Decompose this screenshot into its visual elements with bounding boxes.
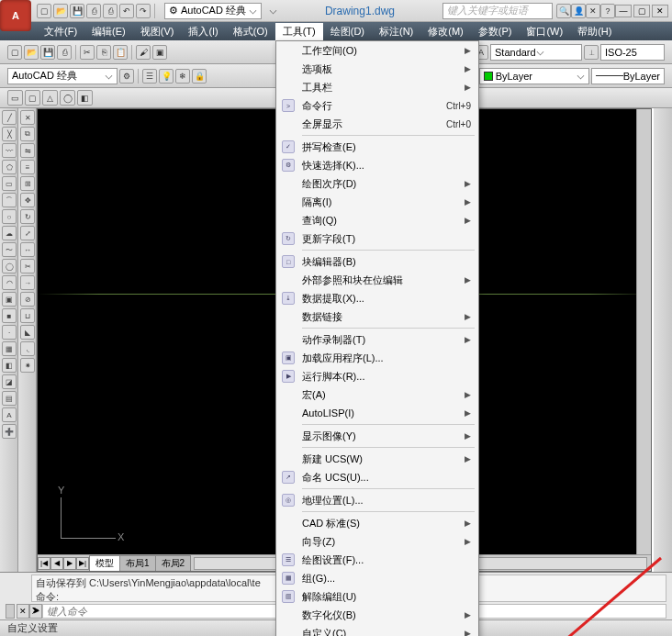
menu-item-26[interactable]: 新建 UCS(W)▶ [276,450,478,468]
tab-nav-next[interactable]: ▶ [63,557,76,570]
search-icon[interactable]: 🔍 [556,4,571,18]
tb-block-icon[interactable]: ▣ [152,45,167,60]
tool-chamfer-icon[interactable]: ◣ [20,325,35,340]
tool-ellipse-icon[interactable]: ◯ [2,259,17,273]
tb-copy-icon[interactable]: ⎘ [96,45,111,60]
menu-modify[interactable]: 修改(M) [420,23,471,40]
help-search-input[interactable]: 键入关键字或短语 [442,3,553,19]
menu-edit[interactable]: 编辑(E) [84,23,133,40]
menu-item-2[interactable]: 工具栏▶ [276,78,478,96]
menu-item-29[interactable]: ◎地理位置(L)... [276,491,478,509]
menu-view[interactable]: 视图(V) [133,23,182,40]
tab-layout1[interactable]: 布局1 [119,555,156,572]
qat-undo-icon[interactable]: ↶ [119,4,134,18]
tab-layout2[interactable]: 布局2 [155,555,192,572]
workspace-combo-top[interactable]: ⚙ AutoCAD 经典 [164,3,262,19]
tb-layer-lock-icon[interactable]: 🔒 [192,69,207,84]
cmdline-handle[interactable] [6,604,15,619]
menu-parametric[interactable]: 参数(P) [471,23,520,40]
tool-extend-icon[interactable]: → [20,275,35,290]
tb-gear-icon[interactable]: ⚙ [119,69,134,84]
tool-stretch-icon[interactable]: ↔ [20,242,35,257]
menu-dimension[interactable]: 标注(N) [372,23,420,40]
tool-array-icon[interactable]: ⊞ [20,176,35,191]
tool-rect-icon[interactable]: ▭ [2,176,17,191]
tool-fillet-icon[interactable]: ◟ [20,341,35,356]
tool-offset-icon[interactable]: ≡ [20,160,35,174]
tool-pline-icon[interactable]: 〰 [2,143,17,158]
tb-misc5-icon[interactable]: ◧ [77,90,93,106]
menu-file[interactable]: 文件(F) [37,23,84,40]
exchange-icon[interactable]: ✕ [586,4,600,18]
menu-item-8[interactable]: 绘图次序(D)▶ [276,174,478,193]
tb-plot-icon[interactable]: ⎙ [57,45,72,60]
menu-item-9[interactable]: 隔离(I)▶ [276,193,478,211]
tool-erase-icon[interactable]: ✕ [20,110,35,125]
menu-item-3[interactable]: >命令行Ctrl+9 [276,96,478,115]
tb-paste-icon[interactable]: 📋 [113,45,128,60]
tb-dim-style-icon[interactable]: ⟂ [584,45,599,60]
tool-explode-icon[interactable]: ✷ [20,358,35,373]
menu-item-36[interactable]: 数字化仪(B)▶ [276,606,478,624]
menu-item-0[interactable]: 工作空间(O)▶ [276,41,478,60]
tool-break-icon[interactable]: ⊘ [20,292,35,307]
help-icon[interactable]: ? [600,4,615,18]
menu-item-35[interactable]: ▥解除编组(U) [276,587,478,606]
vertical-scrollbar[interactable] [636,109,651,554]
menu-item-1[interactable]: 选项板▶ [276,60,478,78]
menu-item-24[interactable]: 显示图像(Y)▶ [276,427,478,445]
menu-item-27[interactable]: ↗命名 UCS(U)... [276,468,478,486]
menu-item-10[interactable]: 查询(Q)▶ [276,211,478,229]
tool-block-icon[interactable]: ■ [2,308,17,323]
tool-rotate-icon[interactable]: ↻ [20,209,35,224]
workspace-combo[interactable]: AutoCAD 经典 [7,68,118,84]
tb-cut-icon[interactable]: ✂ [80,45,95,60]
tb-misc2-icon[interactable]: ▢ [25,90,40,106]
tool-spline-icon[interactable]: 〜 [2,242,17,257]
menu-item-11[interactable]: ↻更新字段(T) [276,229,478,248]
qat-new-icon[interactable]: ▢ [37,4,51,18]
menu-item-31[interactable]: CAD 标准(S)▶ [276,514,478,532]
menu-insert[interactable]: 插入(I) [181,23,225,40]
menu-item-21[interactable]: 宏(A)▶ [276,385,478,404]
qat-saveas-icon[interactable]: ⎙ [86,4,101,18]
tool-circle-icon[interactable]: ○ [2,209,17,224]
qat-redo-icon[interactable]: ↷ [136,4,151,18]
tool-gradient-icon[interactable]: ◧ [2,358,17,373]
tool-move-icon[interactable]: ✥ [20,193,35,207]
cmdline-close-icon[interactable]: ✕ [17,604,29,619]
menu-tools[interactable]: 工具(T) [275,23,323,40]
menu-item-22[interactable]: AutoLISP(I)▶ [276,404,478,422]
color-combo[interactable]: ByLayer [479,68,589,84]
qat-save-icon[interactable]: 💾 [70,4,84,18]
tab-nav-first[interactable]: |◀ [38,557,50,570]
tool-trim-icon[interactable]: ✂ [20,259,35,273]
menu-item-19[interactable]: ▣加载应用程序(L)... [276,349,478,367]
menu-item-7[interactable]: ⚙快速选择(K)... [276,156,478,174]
text-style-combo[interactable]: Standard [490,44,582,61]
tool-mtext-icon[interactable]: A [2,407,17,422]
menu-help[interactable]: 帮助(H) [570,23,619,40]
tool-ellipsearc-icon[interactable]: ◠ [2,275,17,290]
menu-item-32[interactable]: 向导(Z)▶ [276,532,478,551]
tool-polygon-icon[interactable]: ⬠ [2,160,17,174]
tool-line-icon[interactable]: ╱ [2,110,17,125]
menu-item-6[interactable]: ✓拼写检查(E) [276,138,478,156]
tb-layer-props-icon[interactable]: ☰ [142,69,157,84]
menu-window[interactable]: 窗口(W) [519,23,570,40]
menu-item-33[interactable]: ☰绘图设置(F)... [276,551,478,569]
close-button[interactable]: ✕ [652,5,668,17]
tab-nav-prev[interactable]: ◀ [50,557,63,570]
tb-layer-on-icon[interactable]: 💡 [159,69,174,84]
tb-match-icon[interactable]: 🖌 [136,45,151,60]
tab-nav-last[interactable]: ▶| [76,557,89,570]
tool-insert-icon[interactable]: ▣ [2,292,17,307]
tb-misc1-icon[interactable]: ▭ [7,90,23,106]
qat-print-icon[interactable]: ⎙ [103,4,118,18]
menu-draw[interactable]: 绘图(D) [323,23,372,40]
tool-hatch-icon[interactable]: ▦ [2,341,17,356]
dim-style-combo[interactable]: ISO-25 [600,44,665,61]
qat-more-chevron-icon[interactable] [270,7,277,15]
signin-icon[interactable]: 👤 [571,4,586,18]
tool-arc-icon[interactable]: ⌒ [2,193,17,207]
